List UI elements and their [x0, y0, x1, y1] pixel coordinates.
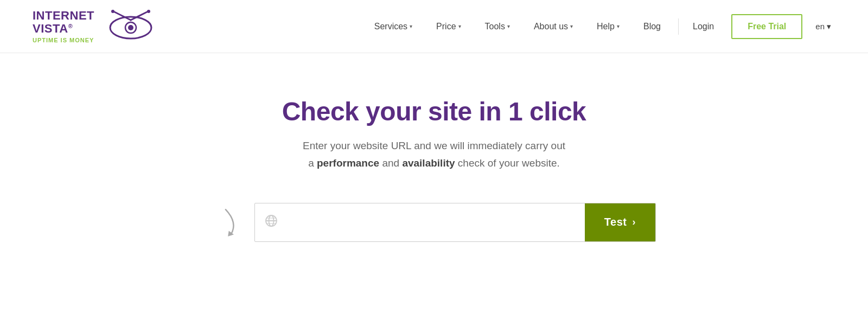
- nav-price-chevron: ▾: [458, 23, 461, 29]
- hero-keyword-availability: availability: [402, 157, 455, 169]
- logo-brand-name: InternetVista®: [33, 9, 94, 35]
- nav-blog-label: Blog: [643, 22, 661, 31]
- url-search-box: Test ›: [254, 203, 656, 242]
- logo-text: InternetVista® UPTIME IS MONEY: [33, 9, 94, 43]
- nav-help[interactable]: Help ▾: [585, 0, 631, 53]
- hero-subtitle-part1: Enter your website URL and we will immed…: [303, 140, 565, 151]
- hero-subtitle-part4: check of your website.: [458, 157, 560, 169]
- logo-eye-icon: [101, 9, 161, 44]
- hero-title: Check your site in 1 click: [282, 97, 586, 126]
- svg-point-6: [128, 25, 133, 30]
- hero-subtitle-part2: a: [308, 157, 314, 169]
- nav-tools-label: Tools: [485, 22, 505, 31]
- test-button-label: Test: [604, 216, 627, 228]
- arrow-hint-icon: [207, 204, 245, 246]
- logo-tagline: UPTIME IS MONEY: [33, 37, 94, 43]
- nav-help-label: Help: [597, 22, 615, 31]
- svg-point-2: [111, 10, 114, 13]
- login-link[interactable]: Login: [684, 0, 723, 53]
- lang-chevron-icon: ▾: [827, 22, 831, 31]
- main-nav: Services ▾ Price ▾ Tools ▾ About us ▾ He…: [362, 0, 835, 53]
- search-area: Test ›: [212, 202, 656, 242]
- nav-tools-chevron: ▾: [507, 23, 510, 29]
- hero-subtitle: Enter your website URL and we will immed…: [303, 137, 565, 173]
- logo-link[interactable]: InternetVista® UPTIME IS MONEY: [33, 9, 161, 44]
- nav-tools[interactable]: Tools ▾: [473, 0, 522, 53]
- hero-section: Check your site in 1 click Enter your we…: [0, 53, 868, 275]
- hero-keyword-performance: performance: [317, 157, 379, 169]
- globe-icon: [255, 214, 288, 231]
- free-trial-label: Free Trial: [748, 22, 786, 31]
- nav-price-label: Price: [436, 22, 456, 31]
- free-trial-button[interactable]: Free Trial: [731, 14, 802, 39]
- nav-blog[interactable]: Blog: [631, 0, 673, 53]
- nav-services[interactable]: Services ▾: [362, 0, 424, 53]
- test-button[interactable]: Test ›: [585, 203, 655, 242]
- nav-about[interactable]: About us ▾: [522, 0, 585, 53]
- site-header: InternetVista® UPTIME IS MONEY Services: [0, 0, 868, 53]
- svg-marker-7: [227, 231, 234, 238]
- url-input[interactable]: [288, 203, 585, 241]
- nav-about-label: About us: [534, 22, 568, 31]
- nav-about-chevron: ▾: [570, 23, 573, 29]
- nav-help-chevron: ▾: [617, 23, 620, 29]
- nav-services-chevron: ▾: [410, 23, 412, 29]
- nav-services-label: Services: [374, 22, 407, 31]
- test-button-arrow: ›: [633, 216, 636, 228]
- language-selector[interactable]: en ▾: [811, 0, 835, 53]
- svg-point-3: [147, 10, 150, 13]
- nav-price[interactable]: Price ▾: [424, 0, 473, 53]
- login-label: Login: [693, 22, 714, 31]
- nav-divider: [678, 18, 679, 35]
- lang-label: en: [815, 22, 825, 31]
- hero-subtitle-part3: and: [382, 157, 402, 169]
